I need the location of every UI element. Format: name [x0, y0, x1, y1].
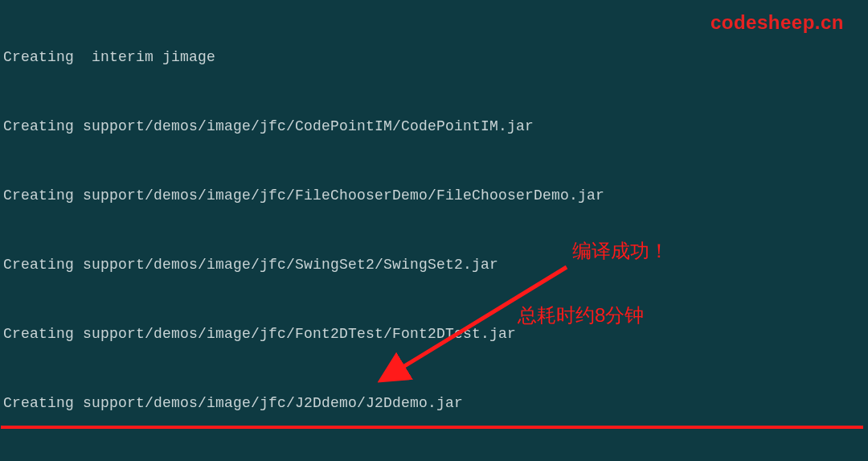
terminal-line: Creating support/demos/image/jfc/Font2DT… — [3, 323, 865, 346]
watermark-label: codesheep.cn — [710, 11, 844, 35]
terminal-line: Creating support/demos/image/jfc/FileCho… — [3, 184, 865, 208]
highlight-underline — [1, 426, 863, 429]
annotation-duration: 总耗时约8分钟 — [518, 304, 644, 327]
terminal-line: Creating support/demos/image/jfc/CodePoi… — [3, 115, 865, 138]
terminal-output[interactable]: Creating interim jimage Creating support… — [0, 0, 868, 461]
annotation-success: 编译成功！ — [572, 240, 669, 263]
terminal-line: Creating interim jimage — [3, 46, 865, 69]
terminal-line: Creating support/demos/image/jfc/SwingSe… — [3, 253, 865, 277]
terminal-line: Creating support/demos/image/jfc/J2Ddemo… — [3, 392, 865, 415]
